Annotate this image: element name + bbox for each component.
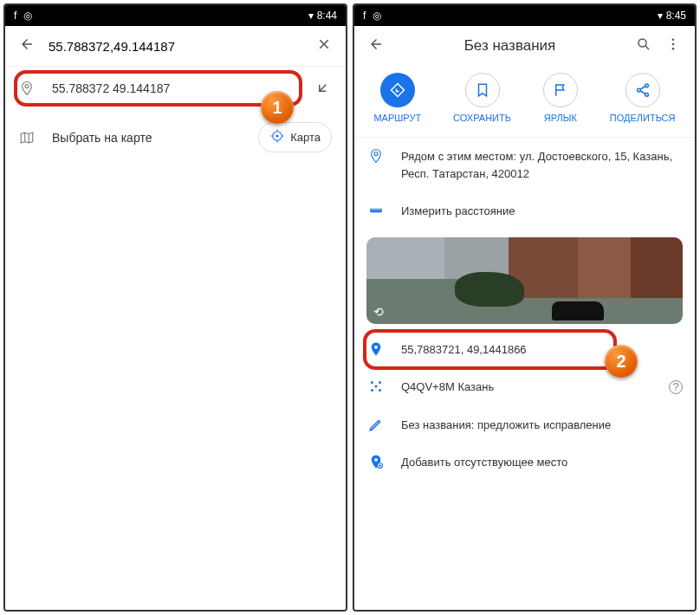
- action-row: МАРШРУТ СОХРАНИТЬ ЯРЛЫК ПОДЕЛИТЬСЯ: [354, 66, 695, 138]
- coordinates-text: 55,7883721, 49,1441866: [401, 341, 527, 359]
- measure-row[interactable]: Измерить расстояние: [354, 192, 695, 230]
- nearby-row[interactable]: Рядом с этим местом: ул. Достоевского, 1…: [354, 138, 695, 192]
- action-label: ПОДЕЛИТЬСЯ: [610, 113, 676, 123]
- measure-text: Измерить расстояние: [401, 203, 515, 220]
- svg-point-3: [672, 38, 675, 41]
- svg-point-10: [374, 345, 378, 348]
- svg-point-15: [375, 385, 378, 388]
- page-title: Без названия: [398, 37, 622, 55]
- nearby-text: Рядом с этим местом: ул. Достоевского, 1…: [401, 148, 681, 182]
- suggestion-text: 55.788372 49.144187: [52, 81, 299, 95]
- search-input[interactable]: [49, 39, 302, 54]
- svg-point-2: [638, 39, 646, 47]
- status-icons-left: f ◎: [14, 10, 32, 22]
- facebook-icon: f: [14, 10, 16, 22]
- status-icons-right: ▾ 8:44: [308, 10, 337, 22]
- plus-code-icon: [368, 379, 384, 394]
- back-icon[interactable]: [19, 36, 35, 55]
- suggest-edit-row[interactable]: Без названия: предложить исправление: [354, 406, 695, 444]
- clock-text: 8:44: [317, 10, 337, 22]
- action-label: ЯРЛЫК: [544, 113, 577, 123]
- plus-code-row[interactable]: Q4QV+8M Казань ?: [354, 368, 695, 406]
- content-right: Без названия МАРШРУТ СОХРАНИТЬ ЯРЛЫК ПОД…: [354, 26, 695, 610]
- directions-icon: [380, 73, 415, 107]
- pin-outline-icon: [368, 148, 384, 164]
- choose-on-map-row[interactable]: Выбрать на карте Карта: [5, 110, 346, 165]
- action-save[interactable]: СОХРАНИТЬ: [453, 73, 511, 123]
- facebook-icon: f: [363, 10, 366, 22]
- svg-point-1: [276, 135, 279, 138]
- chrome-icon: ◎: [23, 10, 32, 22]
- ruler-icon: [368, 203, 384, 218]
- status-icons-left: f ◎: [363, 10, 381, 22]
- content-left: 55.788372 49.144187 1 Выбрать на карте К…: [5, 26, 346, 610]
- status-bar: f ◎ ▾ 8:44: [5, 5, 346, 26]
- action-route[interactable]: МАРШРУТ: [373, 73, 421, 123]
- svg-point-4: [672, 43, 675, 46]
- svg-point-14: [379, 389, 381, 392]
- chrome-icon: ◎: [373, 10, 381, 22]
- status-icons-right: ▾ 8:45: [658, 10, 686, 22]
- signal-icon: ▾: [658, 10, 663, 22]
- status-bar: f ◎ ▾ 8:45: [354, 5, 695, 26]
- map-icon: [19, 130, 35, 146]
- clock-text: 8:45: [666, 10, 686, 22]
- svg-point-13: [371, 389, 373, 392]
- pencil-icon: [368, 417, 384, 432]
- bookmark-icon: [465, 73, 500, 107]
- streetview-thumbnail[interactable]: ⟲: [366, 237, 683, 324]
- phone-right: f ◎ ▾ 8:45 Без названия МАРШРУТ СОХРАНИТ…: [353, 3, 697, 612]
- suggestion-row[interactable]: 55.788372 49.144187 1: [5, 67, 346, 110]
- building-graphic: [509, 237, 683, 298]
- coordinates-row[interactable]: 55,7883721, 49,1441866 2: [354, 331, 695, 369]
- car-graphic: [552, 301, 604, 320]
- add-pin-icon: [368, 454, 384, 469]
- signal-icon: ▾: [308, 10, 314, 22]
- action-share[interactable]: ПОДЕЛИТЬСЯ: [610, 73, 676, 123]
- search-icon[interactable]: [636, 36, 651, 55]
- svg-point-5: [672, 48, 675, 50]
- action-label: МАРШРУТ: [373, 113, 421, 123]
- plus-code-text: Q4QV+8M Казань: [401, 379, 494, 396]
- action-label-button[interactable]: ЯРЛЫК: [543, 73, 578, 123]
- back-icon[interactable]: [368, 36, 384, 55]
- add-missing-row[interactable]: Добавить отсутствующее место: [354, 443, 695, 482]
- search-bar: [5, 26, 346, 67]
- help-icon[interactable]: ?: [669, 380, 683, 394]
- suggest-edit-text: Без названия: предложить исправление: [401, 417, 611, 434]
- bush-graphic: [455, 272, 524, 307]
- header: Без названия: [354, 26, 695, 66]
- pin-icon: [19, 81, 35, 96]
- choose-on-map-text: Выбрать на карте: [52, 131, 152, 145]
- map-button[interactable]: Карта: [258, 122, 332, 152]
- streetview-icon: ⟲: [373, 305, 384, 319]
- svg-point-12: [379, 381, 381, 384]
- annotation-badge-1: 1: [261, 91, 294, 124]
- share-icon: [625, 73, 660, 107]
- svg-point-16: [374, 458, 378, 462]
- add-missing-text: Добавить отсутствующее место: [401, 454, 567, 471]
- more-icon[interactable]: [665, 36, 681, 55]
- clear-icon[interactable]: [316, 36, 332, 55]
- action-label: СОХРАНИТЬ: [453, 113, 511, 123]
- pin-filled-icon: [368, 341, 384, 357]
- svg-point-11: [371, 381, 373, 384]
- phone-left: f ◎ ▾ 8:44 55.788372 49.144187 1 Выбрать…: [3, 3, 347, 612]
- insert-icon[interactable]: [316, 79, 332, 98]
- location-icon: [269, 128, 285, 146]
- map-button-label: Карта: [290, 131, 321, 144]
- flag-icon: [543, 73, 578, 107]
